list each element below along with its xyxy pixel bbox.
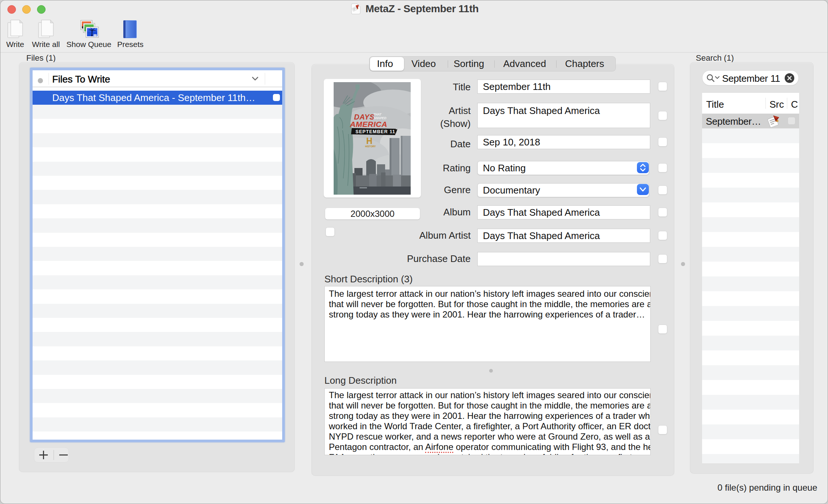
svg-text:SEPTEMBER 11: SEPTEMBER 11 bbox=[355, 129, 395, 134]
